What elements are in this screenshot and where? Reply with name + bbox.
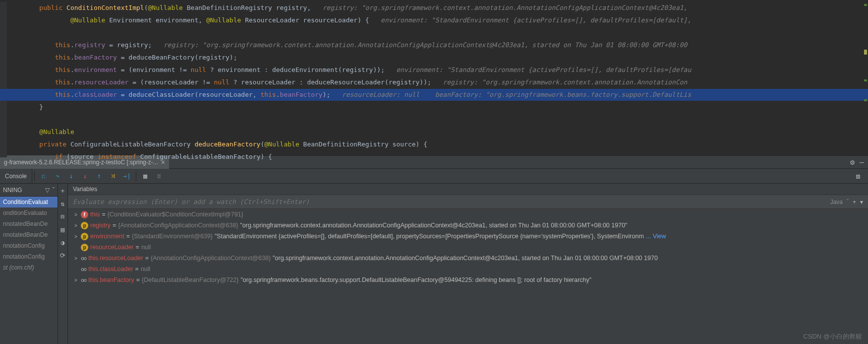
debug-body: NNING ▽ˇ ConditionEvaluatonditionEvaluat…	[0, 184, 868, 344]
stack-frame[interactable]: onditionEvaluato	[0, 207, 58, 218]
stack-frame[interactable]: nnotatedBeanDe	[0, 218, 58, 229]
stack-frame[interactable]: st (com.chf)	[0, 262, 58, 273]
trace-icon[interactable]: ≣	[153, 170, 165, 182]
add-watch-icon[interactable]: +	[853, 199, 856, 206]
stack-frame[interactable]: ConditionEvaluat	[0, 197, 58, 207]
watch-badge-icon: oo	[81, 255, 86, 262]
separator	[34, 171, 35, 181]
var-value: "org.springframework.beans.factory.suppo…	[240, 276, 591, 283]
run-to-cursor-icon[interactable]: →|	[121, 170, 133, 182]
chevron-down-icon[interactable]: ˇ	[53, 187, 55, 194]
field-badge-icon: f	[81, 211, 88, 218]
step-over-icon[interactable]: ↷	[52, 170, 63, 182]
step-into-icon[interactable]: ↓	[65, 170, 77, 182]
variable-row[interactable]: >oo this.resourceLoader = {AnnotationCon…	[68, 253, 868, 264]
view-link[interactable]: ... View	[646, 233, 666, 240]
filter2-icon[interactable]: ▤	[59, 225, 67, 233]
var-object: {DefaultListableBeanFactory@722}	[142, 276, 238, 283]
code-line[interactable]: this.environment = (environment != null …	[0, 64, 868, 76]
variables-tree[interactable]: >f this = {ConditionEvaluator$ConditionC…	[68, 209, 868, 344]
stack-icon[interactable]: ⇅	[59, 200, 67, 207]
gutter-mark	[864, 79, 867, 81]
chevron-right-icon[interactable]: >	[73, 256, 79, 261]
layout-icon[interactable]: ▥	[852, 170, 864, 182]
chevron-right-icon[interactable]: >	[73, 234, 79, 239]
variable-row[interactable]: oo this.classLoader = null	[68, 264, 868, 275]
variables-header: Variables	[68, 184, 868, 195]
code-line[interactable]: this.beanFactory = deduceBeanFactory(reg…	[0, 52, 868, 64]
variables-panel: Variables Javaˇ + ▾ >f this = {Condition…	[68, 184, 868, 344]
var-name: this.classLoader	[88, 266, 133, 273]
step-out-icon[interactable]: ↑	[93, 170, 105, 182]
thread-status: NNING	[3, 187, 22, 194]
add-icon[interactable]: +	[59, 187, 67, 195]
var-object: {AnnotationConfigApplicationContext@638}	[118, 222, 238, 229]
code-line[interactable]: }	[0, 101, 868, 113]
var-object: null	[141, 266, 150, 273]
evaluate-icon[interactable]: ▦	[139, 170, 151, 182]
gutter-mark	[864, 50, 867, 55]
var-name: this.resourceLoader	[88, 255, 143, 262]
hide-icon[interactable]: ⊟	[59, 212, 67, 220]
stack-frame[interactable]: nnotationConfig	[0, 240, 58, 251]
filter-icon[interactable]: ▽	[45, 187, 50, 194]
var-name: registry	[90, 222, 111, 229]
watch-lang[interactable]: Java	[830, 199, 843, 206]
variable-row[interactable]: >p registry = {AnnotationConfigApplicati…	[68, 220, 868, 231]
var-value: "org.springframework.context.annotation.…	[273, 255, 658, 262]
code-line[interactable]: this.classLoader = deduceClassLoader(res…	[0, 89, 868, 101]
refresh-icon[interactable]: ⟳	[59, 251, 67, 259]
code-line[interactable]: @Nullable	[0, 126, 868, 138]
code-line[interactable]: this.resourceLoader = (resourceLoader !=…	[0, 76, 868, 88]
gutter-mark	[864, 99, 867, 101]
variable-row[interactable]: p resourceLoader = null	[68, 242, 868, 253]
code-line[interactable]: public ConditionContextImpl(@Nullable Be…	[0, 2, 868, 14]
watch-badge-icon: oo	[81, 266, 86, 273]
chevron-down-icon[interactable]: ˇ	[847, 199, 849, 206]
code-line[interactable]: if (source instanceof ConfigurableListab…	[0, 151, 868, 163]
chevron-right-icon[interactable]: >	[73, 223, 79, 228]
frames-panel: NNING ▽ˇ ConditionEvaluatonditionEvaluat…	[0, 184, 58, 344]
libs-icon[interactable]: ◑	[59, 238, 67, 246]
var-value: "org.springframework.context.annotation.…	[240, 222, 627, 229]
frames-side-toolbar: + ⇅ ⊟ ▤ ◑ ⟳	[58, 184, 68, 344]
code-line[interactable]: private ConfigurableListableBeanFactory …	[0, 138, 868, 150]
var-object: null	[141, 244, 151, 251]
drop-frame-icon[interactable]: ⤮	[107, 170, 119, 182]
stack-frame[interactable]: nnotationConfig	[0, 251, 58, 262]
variable-row[interactable]: >f this = {ConditionEvaluator$ConditionC…	[68, 209, 868, 220]
force-step-into-icon[interactable]: ↓	[79, 170, 91, 182]
console-tab[interactable]: Console	[0, 169, 32, 184]
param-badge-icon: p	[81, 222, 88, 229]
watch-badge-icon: oo	[81, 277, 86, 283]
watch-input[interactable]	[73, 198, 826, 206]
watch-row: Javaˇ + ▾	[68, 195, 868, 209]
separator	[136, 171, 136, 181]
code-line[interactable]: this.registry = registry; registry: "org…	[0, 39, 868, 51]
var-object: {ConditionEvaluator$ConditionContextImpl…	[108, 211, 243, 218]
step-back-icon[interactable]: ⎌	[38, 170, 50, 182]
var-object: {StandardEnvironment@639}	[132, 233, 213, 240]
stack-frame[interactable]: nnotatedBeanDe	[0, 229, 58, 240]
frames-header: NNING ▽ˇ	[0, 184, 58, 197]
chevron-right-icon[interactable]: >	[73, 212, 79, 217]
variable-row[interactable]: >p environment = {StandardEnvironment@63…	[68, 231, 868, 242]
var-name: environment	[90, 233, 124, 240]
code-line[interactable]	[0, 114, 868, 126]
param-badge-icon: p	[81, 244, 88, 251]
param-badge-icon: p	[81, 233, 88, 240]
history-icon[interactable]: ▾	[860, 199, 863, 206]
var-value: "StandardEnvironment {activeProfiles=[],…	[215, 233, 644, 240]
var-name: this	[90, 211, 100, 218]
var-object: {AnnotationConfigApplicationContext@638}	[151, 255, 271, 262]
var-name: resourceLoader	[90, 244, 134, 251]
debug-toolbar: Console ⎌ ↷ ↓ ↓ ↑ ⤮ →| ▦ ≣ ▥	[0, 169, 868, 184]
code-editor[interactable]: public ConditionContextImpl(@Nullable Be…	[0, 0, 868, 155]
variable-row[interactable]: >oo this.beanFactory = {DefaultListableB…	[68, 275, 868, 285]
code-line[interactable]	[0, 27, 868, 39]
var-name: this.beanFactory	[88, 276, 134, 283]
code-line[interactable]: @Nullable Environment environment, @Null…	[0, 14, 868, 26]
gutter-mark	[864, 4, 867, 6]
chevron-right-icon[interactable]: >	[73, 277, 79, 283]
